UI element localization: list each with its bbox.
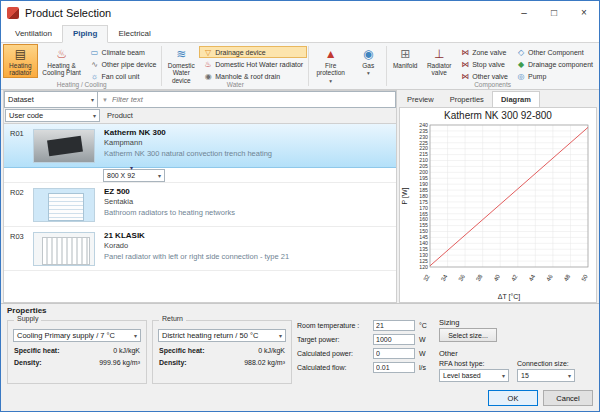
chevron-down-icon: ▾ xyxy=(498,372,505,379)
stop-valve-button[interactable]: ⋈ Stop valve xyxy=(456,58,512,70)
target-power-unit: W xyxy=(419,336,426,343)
table-row-ez500[interactable]: R02 EZ 500 Sentakia Bathroom radiators t… xyxy=(4,183,396,227)
drainage-component-label: Drainage component xyxy=(528,61,593,68)
supply-groupbox: Supply Cooling Primary supply / 7 °C ▾ S… xyxy=(7,320,147,384)
manifold-label: Manifold xyxy=(393,62,418,69)
group-label-water: Water xyxy=(163,81,307,88)
minimize-button[interactable]: – xyxy=(509,1,539,24)
table-row-katherm[interactable]: R01 Katherm NK 300 Kampmann Katherm NK 3… xyxy=(4,124,396,168)
return-specific-heat-value: 0 kJ/kgK xyxy=(258,347,285,354)
svg-text:44: 44 xyxy=(528,273,537,282)
stop-valve-icon: ⋈ xyxy=(460,60,470,69)
tab-ventilation[interactable]: Ventilation xyxy=(5,26,62,42)
product-name: Katherm NK 300 xyxy=(104,128,394,137)
svg-text:120: 120 xyxy=(419,264,428,270)
zone-valve-button[interactable]: ⋈ Zone valve xyxy=(456,46,512,58)
svg-text:34: 34 xyxy=(440,273,449,282)
domestic-water-device-icon: ≋ xyxy=(176,47,186,62)
svg-text:36: 36 xyxy=(457,273,466,282)
diagram-panel: Katherm NK 300 92-800 120125130135140145… xyxy=(399,107,597,303)
drainage-device-button[interactable]: ▽ Drainage device xyxy=(199,46,307,58)
calculated-power-input[interactable] xyxy=(373,348,415,359)
gas-dropdown-icon[interactable]: ▾ xyxy=(367,70,370,76)
heating-cooling-plant-button[interactable]: ♨ Heating & Cooling Plant xyxy=(38,44,86,78)
supply-density-value: 999.96 kg/m³ xyxy=(99,359,140,366)
select-size-button[interactable]: Select size... xyxy=(439,328,497,342)
fire-protection-dropdown-icon[interactable]: ▾ xyxy=(329,78,332,84)
return-dropdown[interactable]: District heating return / 50 °C ▾ xyxy=(158,329,286,342)
target-power-input[interactable] xyxy=(373,334,415,345)
group-label-components: Components xyxy=(388,81,597,88)
room-temperature-input[interactable] xyxy=(373,320,415,331)
tab-properties[interactable]: Properties xyxy=(442,92,492,107)
domestic-water-device-button[interactable]: ≋ Domestic Water device xyxy=(163,44,199,85)
svg-text:235: 235 xyxy=(419,128,428,134)
svg-text:140: 140 xyxy=(419,240,428,246)
return-groupbox: Return District heating return / 50 °C ▾… xyxy=(152,320,292,384)
svg-text:215: 215 xyxy=(419,151,428,157)
manifold-icon: ⊞ xyxy=(400,47,410,62)
target-power-label: Target power: xyxy=(297,336,373,343)
zone-valve-icon: ⋈ xyxy=(460,48,470,57)
drainage-component-button[interactable]: ◆ Drainage component xyxy=(512,58,597,70)
size-dropdown[interactable]: 800 X 92 ▾ xyxy=(103,169,165,182)
table-row-klasik[interactable]: R03 21 KLASIK Korado Panel radiator with… xyxy=(4,227,396,271)
other-pipe-device-button[interactable]: ∿ Other pipe device xyxy=(86,58,161,70)
gas-button[interactable]: ◉ Gas ▾ xyxy=(351,44,385,78)
connection-size-label: Connection size: xyxy=(517,360,569,367)
svg-text:160: 160 xyxy=(419,216,428,222)
fire-protection-icon: ▲ xyxy=(325,47,337,62)
svg-text:125: 125 xyxy=(419,258,428,264)
rfa-host-type-label: RFA host type: xyxy=(439,360,485,367)
supply-dropdown[interactable]: Cooling Primary supply / 7 °C ▾ xyxy=(13,329,141,342)
filter-text-input[interactable] xyxy=(112,95,391,104)
svg-text:240: 240 xyxy=(419,122,428,128)
chevron-down-icon: ▾ xyxy=(154,172,161,179)
heating-cooling-plant-icon: ♨ xyxy=(56,47,67,62)
titlebar[interactable]: Product Selection – □ × xyxy=(1,1,599,24)
ok-button[interactable]: OK xyxy=(488,390,538,406)
product-thumbnail-ez500 xyxy=(33,188,95,222)
connection-size-dropdown[interactable]: 15 ▾ xyxy=(517,369,575,382)
other-component-button[interactable]: ◇ Other Component xyxy=(512,46,597,58)
svg-text:145: 145 xyxy=(419,234,428,240)
rfa-host-type-dropdown[interactable]: Level based ▾ xyxy=(439,369,509,382)
tab-piping[interactable]: Piping xyxy=(62,25,108,43)
calculation-fields: Room temperature : °C Target power: W Ca… xyxy=(297,318,437,374)
fire-protection-button[interactable]: ▲ Fire protection ▾ xyxy=(310,44,351,85)
ribbon-tabstrip: Ventilation Piping Electrical xyxy=(1,24,599,43)
product-brand: Sentakia xyxy=(104,197,394,206)
tab-diagram[interactable]: Diagram xyxy=(492,91,540,108)
svg-text:P [W]: P [W] xyxy=(401,187,409,204)
climate-beam-button[interactable]: ▭ Climate beam xyxy=(86,46,161,58)
close-button[interactable]: × xyxy=(569,1,599,24)
domestic-hot-water-radiator-button[interactable]: ♨ Domestic Hot Water radiator xyxy=(199,58,307,70)
manifold-button[interactable]: ⊞ Manifold xyxy=(388,44,422,70)
svg-text:42: 42 xyxy=(510,273,519,282)
user-code-header-dropdown[interactable]: User code ▾ xyxy=(5,109,100,122)
tab-electrical[interactable]: Electrical xyxy=(108,26,160,42)
cancel-button[interactable]: Cancel xyxy=(543,390,593,406)
other-pipe-device-icon: ∿ xyxy=(90,60,100,69)
dataset-dropdown[interactable]: Dataset ▾ xyxy=(4,91,98,108)
calculated-flow-input[interactable] xyxy=(373,362,415,373)
maximize-button[interactable]: □ xyxy=(539,1,569,24)
pump-icon: ◎ xyxy=(516,72,526,81)
calculated-flow-unit: l/s xyxy=(419,364,426,371)
product-description: Bathroom radiators to heating networks xyxy=(104,208,394,217)
product-name: 21 KLASIK xyxy=(104,231,394,240)
supply-density-label: Density: xyxy=(14,359,42,366)
return-legend: Return xyxy=(159,315,186,322)
heating-radiator-button[interactable]: ▤ Heating radiator xyxy=(3,44,38,78)
chart-title: Katherm NK 300 92-800 xyxy=(400,108,596,121)
tab-preview[interactable]: Preview xyxy=(399,92,442,107)
heating-cooling-plant-label: Heating & Cooling Plant xyxy=(41,62,83,77)
radiator-valve-button[interactable]: ⊥ Radiator valve xyxy=(422,44,456,78)
svg-text:165: 165 xyxy=(419,211,428,217)
ribbon-separator xyxy=(308,46,309,86)
svg-text:46: 46 xyxy=(545,273,554,282)
sizing-label: Sizing xyxy=(439,318,459,327)
supply-specific-heat-value: 0 kJ/kgK xyxy=(113,347,140,354)
filter-row: Dataset ▾ ▼ xyxy=(4,91,396,108)
ribbon-group-fire-gas: ▲ Fire protection ▾ ◉ Gas ▾ xyxy=(310,44,385,89)
